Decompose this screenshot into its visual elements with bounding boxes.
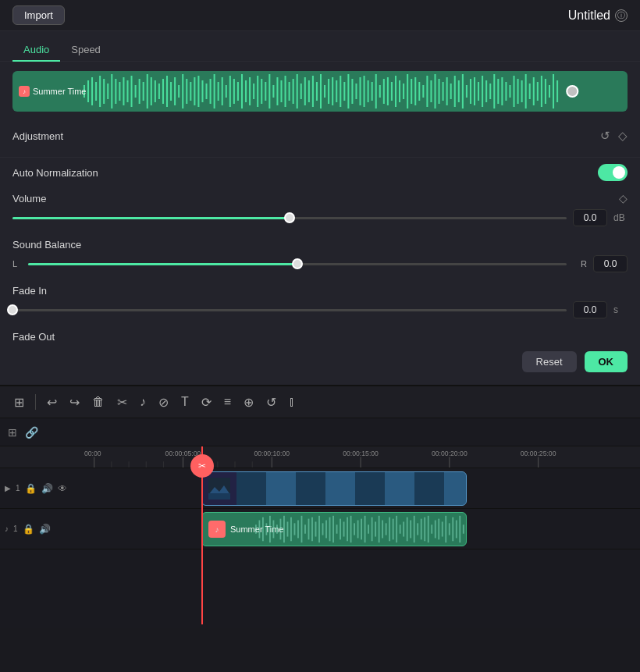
audio-track-lock-icon[interactable]: 🔒 <box>23 524 34 535</box>
video-track-content <box>47 468 640 508</box>
toolbar-text-icon[interactable]: T <box>178 392 192 412</box>
svg-rect-174 <box>357 521 358 539</box>
svg-rect-60 <box>320 74 322 108</box>
audio-clip[interactable]: ♪ Summer Time <box>201 512 467 546</box>
toolbar-nolink-icon[interactable]: ⊘ <box>155 392 172 413</box>
svg-rect-102 <box>485 80 487 102</box>
toolbar-delete-icon[interactable]: 🗑 <box>89 392 108 412</box>
fade-out-row: Fade Out <box>0 326 640 343</box>
svg-rect-182 <box>385 523 386 535</box>
adjustment-reset-icon[interactable]: ↺ <box>600 129 610 143</box>
svg-rect-79 <box>395 76 396 107</box>
fade-in-slider-wrap[interactable] <box>12 302 567 318</box>
svg-rect-54 <box>297 74 298 108</box>
svg-rect-8 <box>115 79 116 104</box>
svg-rect-70 <box>360 77 361 105</box>
svg-rect-112 <box>525 74 527 108</box>
info-icon[interactable]: ⓘ <box>615 9 628 22</box>
svg-rect-153 <box>283 516 285 542</box>
svg-text:00:00:10:00: 00:00:10:00 <box>254 450 290 457</box>
title-area: Untitled ⓘ <box>568 9 628 23</box>
volume-keyframe-icon[interactable]: ◇ <box>619 192 628 204</box>
toolbar-rotate-icon[interactable]: ⟳ <box>198 392 215 413</box>
sound-balance-value[interactable]: 0.0 <box>593 255 628 272</box>
volume-slider-row: 0.0 dB <box>12 209 628 226</box>
svg-rect-26 <box>186 79 187 104</box>
svg-rect-7 <box>111 74 112 108</box>
volume-value[interactable]: 0.0 <box>573 209 607 226</box>
sound-balance-thumb[interactable] <box>292 258 303 269</box>
video-clip[interactable] <box>201 471 467 506</box>
svg-rect-95 <box>458 80 460 102</box>
fade-in-slider-row: 0.0 s <box>12 301 628 318</box>
volume-slider-wrap[interactable] <box>12 210 567 226</box>
sound-balance-slider-wrap[interactable] <box>28 256 567 272</box>
video-track-row: ▶ 1 🔒 🔊 👁 <box>0 468 640 509</box>
video-clip-thumb <box>202 472 236 505</box>
toolbar-undo-icon[interactable]: ↩ <box>44 392 60 413</box>
toolbar-grid-icon[interactable]: ⊞ <box>11 392 27 413</box>
svg-rect-198 <box>441 521 443 536</box>
svg-rect-178 <box>371 517 372 542</box>
svg-rect-160 <box>308 519 309 540</box>
toolbar-add-icon[interactable]: ⊕ <box>240 392 257 413</box>
volume-slider-thumb[interactable] <box>284 212 295 223</box>
fade-in-track <box>12 309 567 311</box>
svg-rect-40 <box>241 74 243 108</box>
project-title: Untitled <box>568 9 610 23</box>
timeline-link-icon[interactable]: 🔗 <box>25 426 38 439</box>
video-track-volume-icon[interactable]: 🔊 <box>41 483 53 494</box>
ok-button[interactable]: OK <box>585 351 628 372</box>
adjustment-section: Adjustment ↺ ◇ <box>0 121 640 158</box>
toolbar-redo-icon[interactable]: ↪ <box>66 392 83 413</box>
sound-balance-right-label: R <box>573 259 587 268</box>
svg-rect-100 <box>478 82 479 101</box>
tab-audio[interactable]: Audio <box>12 39 60 62</box>
svg-rect-68 <box>351 79 353 104</box>
volume-slider-track <box>12 217 567 219</box>
auto-normalization-toggle[interactable] <box>598 164 628 181</box>
volume-unit: dB <box>613 212 628 223</box>
toolbar-waveform-icon[interactable]: ⫿ <box>286 392 298 412</box>
svg-rect-197 <box>438 519 439 540</box>
svg-rect-150 <box>272 521 274 539</box>
timeline-add-track-icon[interactable]: ⊞ <box>8 426 17 439</box>
svg-rect-29 <box>197 76 199 107</box>
adjustment-keyframe-icon[interactable]: ◇ <box>618 129 628 143</box>
svg-rect-184 <box>392 519 393 540</box>
svg-rect-156 <box>293 523 295 535</box>
video-track-eye-icon[interactable]: 👁 <box>58 483 67 494</box>
svg-rect-1 <box>87 80 89 102</box>
toolbar-audio-icon[interactable]: ♪ <box>137 392 149 412</box>
svg-rect-115 <box>537 82 539 101</box>
playhead-marker[interactable]: ✂ <box>190 454 214 478</box>
svg-rect-189 <box>410 521 411 539</box>
toolbar-adjust-icon[interactable]: ≡ <box>221 392 234 412</box>
fade-in-thumb[interactable] <box>7 304 18 315</box>
svg-rect-93 <box>450 84 452 99</box>
svg-rect-119 <box>553 74 554 108</box>
svg-rect-30 <box>201 80 203 102</box>
audio-track-volume-icon[interactable]: 🔊 <box>39 524 51 535</box>
svg-rect-41 <box>245 80 247 102</box>
svg-rect-58 <box>312 76 314 107</box>
tracks-container: ✂ ▶ 1 🔒 🔊 👁 <box>0 468 640 549</box>
svg-rect-35 <box>222 77 223 105</box>
fade-in-value[interactable]: 0.0 <box>573 301 607 318</box>
svg-rect-147 <box>262 517 264 542</box>
svg-rect-105 <box>497 79 499 104</box>
reset-button[interactable]: Reset <box>522 351 577 372</box>
svg-rect-120 <box>556 80 558 102</box>
svg-rect-31 <box>206 84 208 99</box>
toolbar-replay-icon[interactable]: ↺ <box>263 392 279 413</box>
import-button[interactable]: Import <box>12 5 65 25</box>
video-track-type-icon: ▶ <box>5 484 11 492</box>
svg-rect-117 <box>545 79 546 104</box>
audio-clip-icon: ♪ <box>208 521 226 538</box>
toolbar-cut-icon[interactable]: ✂ <box>114 392 130 413</box>
svg-rect-50 <box>280 80 282 102</box>
svg-rect-15 <box>143 82 144 101</box>
svg-rect-166 <box>329 517 330 542</box>
video-track-lock-icon[interactable]: 🔒 <box>25 483 37 494</box>
tab-speed[interactable]: Speed <box>60 39 112 62</box>
